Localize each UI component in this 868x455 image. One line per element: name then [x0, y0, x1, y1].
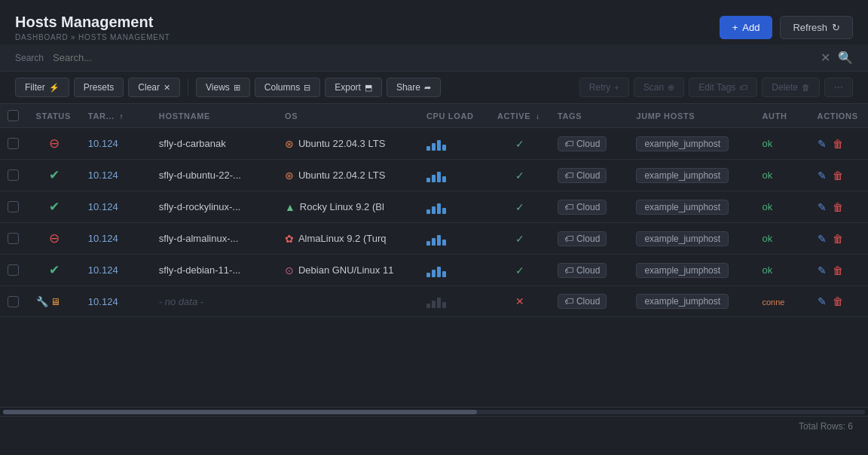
jump-hosts-cell: example_jumphost	[628, 223, 754, 255]
more-button[interactable]: ⋯	[824, 78, 853, 97]
search-label: Search	[15, 53, 45, 63]
cpu-cell	[419, 286, 490, 317]
columns-label: Columns	[264, 82, 300, 93]
os-label: AlmaLinux 9.2 (Turq	[298, 233, 387, 244]
views-button[interactable]: Views ⊞	[196, 78, 250, 97]
search-icon[interactable]: 🔍	[838, 50, 853, 65]
tag-icon: 🏷	[564, 170, 573, 181]
edit-button[interactable]: ✎	[818, 233, 827, 245]
refresh-label: Refresh	[793, 22, 827, 33]
hostname-cell: sfly-d-carbanak	[151, 128, 277, 160]
toolbar: Filter ⚡ Presets Clear ✕ Views ⊞ Columns…	[0, 72, 868, 104]
actions-cell: ✎ 🗑	[810, 286, 868, 317]
search-input-wrap	[53, 52, 813, 63]
cpu-cell	[419, 128, 490, 160]
tags-cell: 🏷Cloud	[550, 191, 628, 223]
filter-button[interactable]: Filter ⚡	[15, 78, 69, 97]
export-icon: ⬒	[365, 83, 372, 93]
row-checkbox[interactable]	[8, 138, 19, 149]
search-input[interactable]	[53, 52, 813, 63]
search-bar: Search ✕ 🔍	[0, 44, 868, 72]
delete-button[interactable]: Delete 🗑	[762, 78, 820, 97]
target-cell: 10.124	[81, 223, 151, 255]
export-label: Export	[335, 82, 361, 93]
hostname: sfly-d-ubuntu-22-...	[159, 169, 241, 181]
active-check-icon: ✓	[515, 264, 524, 276]
edit-button[interactable]: ✎	[818, 264, 827, 276]
table-row: ⊖ 10.124 sfly-d-carbanak ⊛ Ubuntu 22.04.…	[0, 128, 868, 160]
edit-button[interactable]: ✎	[818, 295, 827, 307]
hosts-table: STATUS TAR... ↑ HOSTNAME OS CPU LOAD ACT…	[0, 104, 868, 317]
share-button[interactable]: Share ➦	[387, 78, 441, 97]
header: Hosts Management DASHBOARD » HOSTS MANAG…	[0, 0, 868, 44]
refresh-button[interactable]: Refresh ↻	[780, 16, 853, 39]
export-button[interactable]: Export ⬒	[325, 78, 382, 97]
cpu-cell	[419, 191, 490, 223]
target-ip: 10.124	[88, 201, 118, 212]
os-label: Ubuntu 22.04.2 LTS	[298, 169, 385, 181]
target-cell: 10.124	[81, 128, 151, 160]
status-cell: ✔	[29, 255, 81, 286]
active-cell: ✓	[490, 128, 550, 160]
actions-cell: ✎ 🗑	[810, 191, 868, 223]
jumphost-badge: example_jumphost	[636, 263, 729, 278]
toolbar-right: Retry + Scan ⊕ Edit Tags 🏷 Delete 🗑 ⋯	[579, 78, 853, 97]
active-cross-icon: ✕	[515, 295, 524, 307]
close-icon[interactable]: ✕	[821, 50, 830, 65]
active-cell: ✓	[490, 160, 550, 191]
table-row: ✔ 10.124 sfly-d-debian-11-... ⊙ Debian G…	[0, 255, 868, 286]
status-green-icon: ✔	[49, 200, 60, 214]
auth-cell: ok	[754, 160, 809, 191]
delete-icon: 🗑	[802, 83, 810, 92]
debian-icon: ⊙	[285, 264, 294, 276]
row-checkbox[interactable]	[8, 169, 19, 181]
active-cell: ✕	[490, 286, 550, 317]
clear-button[interactable]: Clear ✕	[128, 78, 180, 97]
row-checkbox-cell	[0, 128, 29, 160]
th-cpu: CPU LOAD	[419, 104, 490, 128]
row-checkbox[interactable]	[8, 201, 19, 212]
edit-button[interactable]: ✎	[818, 169, 827, 182]
presets-button[interactable]: Presets	[74, 78, 124, 97]
scrollbar-thumb	[3, 410, 477, 414]
jumphost-badge: example_jumphost	[636, 294, 729, 309]
th-target[interactable]: TAR... ↑	[81, 104, 151, 128]
footer: Total Rows: 6	[0, 416, 868, 436]
columns-button[interactable]: Columns ⊟	[255, 78, 320, 97]
delete-row-button[interactable]: 🗑	[833, 264, 843, 276]
active-cell: ✓	[490, 191, 550, 223]
edit-button[interactable]: ✎	[818, 138, 827, 150]
jump-hosts-cell: example_jumphost	[628, 160, 754, 191]
target-ip: 10.124	[88, 138, 118, 149]
scrollbar[interactable]	[0, 407, 868, 416]
table-row: 🔧🖥 10.124 - no data - ✕ 🏷Cloud example_j…	[0, 286, 868, 317]
delete-row-button[interactable]: 🗑	[833, 295, 843, 307]
jump-hosts-cell: example_jumphost	[628, 128, 754, 160]
status-warn-icon: 🔧🖥	[36, 296, 73, 307]
edit-button[interactable]: ✎	[818, 201, 827, 213]
delete-row-button[interactable]: 🗑	[833, 169, 843, 182]
page-title: Hosts Management	[15, 14, 170, 31]
add-button[interactable]: + Add	[720, 16, 773, 39]
presets-label: Presets	[84, 82, 115, 93]
retry-button[interactable]: Retry +	[579, 78, 629, 97]
tag-icon: 🏷	[564, 296, 573, 307]
filter-label: Filter	[25, 82, 45, 93]
delete-row-button[interactable]: 🗑	[833, 233, 843, 245]
delete-row-button[interactable]: 🗑	[833, 201, 843, 213]
retry-icon: +	[614, 83, 619, 92]
header-checkbox[interactable]	[8, 110, 19, 121]
row-checkbox[interactable]	[8, 296, 19, 307]
active-check-icon: ✓	[515, 138, 524, 150]
jump-hosts-cell: example_jumphost	[628, 286, 754, 317]
hostname-cell: sfly-d-rockylinux-...	[151, 191, 277, 223]
scan-button[interactable]: Scan ⊕	[634, 78, 684, 97]
cpu-cell	[419, 223, 490, 255]
row-checkbox[interactable]	[8, 264, 19, 276]
row-checkbox[interactable]	[8, 233, 19, 244]
delete-row-button[interactable]: 🗑	[833, 138, 843, 150]
th-active[interactable]: ACTIVE ↓	[490, 104, 550, 128]
edit-tags-button[interactable]: Edit Tags 🏷	[689, 78, 757, 97]
breadcrumb: DASHBOARD » HOSTS MANAGEMENT	[15, 33, 170, 41]
hostname-cell: - no data -	[151, 286, 277, 317]
